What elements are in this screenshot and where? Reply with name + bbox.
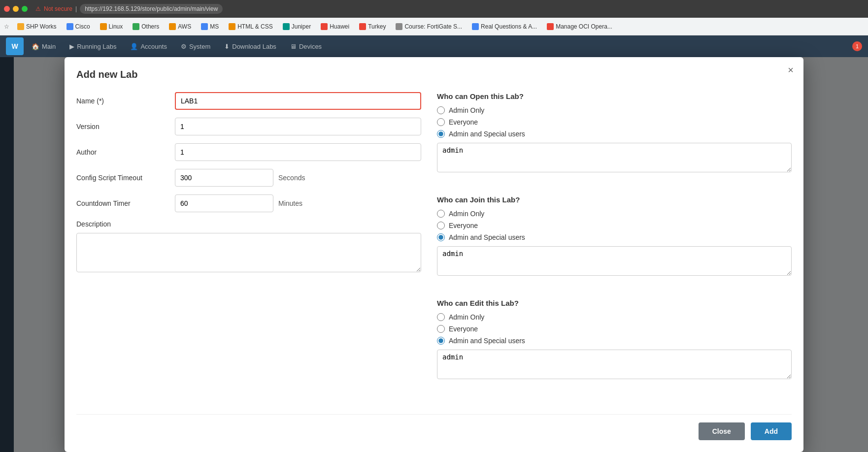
countdown-timer-row: Countdown Timer Minutes [76,194,421,212]
edit-admin-only-label: Admin Only [449,313,484,321]
bookmark-aws[interactable]: AWS [165,21,195,32]
open-everyone-option[interactable]: Everyone [437,118,792,126]
countdown-unit: Minutes [278,199,302,207]
nav-running-labs[interactable]: ▶ Running Labs [64,39,122,54]
not-secure-icon: ⚠ [35,5,41,12]
join-everyone-radio[interactable] [437,222,445,229]
url-bar[interactable]: https://192.168.5.129/store/public/admin… [80,4,223,14]
name-label: Name (*) [76,97,175,105]
author-input[interactable] [175,143,421,161]
open-everyone-label: Everyone [449,118,478,126]
edit-admin-special-label: Admin and Special users [449,337,525,345]
close-dot[interactable] [4,6,10,12]
bookmark-others[interactable]: Others [129,21,163,32]
edit-admin-special-option[interactable]: Admin and Special users [437,337,792,345]
bookmark-juniper[interactable]: Juniper [279,21,315,32]
bookmark-icon-cisco [67,23,73,30]
nav-system[interactable]: ⚙ System [175,39,216,54]
bookmark-label-aws: AWS [178,23,191,30]
join-admin-special-radio[interactable] [437,233,445,241]
open-special-users-input[interactable]: admin [437,143,792,172]
name-row: Name (*) [76,92,421,110]
edit-admin-special-radio[interactable] [437,337,445,345]
nav-main-label: Main [42,43,56,50]
maximize-dot[interactable] [22,6,28,12]
modal-footer: Close Add [76,414,792,440]
bookmark-icon-aws [169,23,176,30]
bookmark-icon-linux [100,23,107,30]
author-label: Author [76,148,175,156]
open-admin-only-radio[interactable] [437,106,445,114]
bookmark-icon-ms [201,23,208,30]
nav-download-label: Download Labs [232,43,276,50]
nav-running-icon: ▶ [69,43,74,50]
bookmark-icon-juniper [283,23,290,30]
bookmark-label-huawei: Huawei [330,23,349,30]
join-everyone-option[interactable]: Everyone [437,222,792,229]
app-logo: W [6,37,24,55]
add-button[interactable]: Add [751,422,792,440]
add-lab-modal: Add new Lab × Name (*) Version [65,57,803,452]
version-label: Version [76,123,175,130]
bookmark-label-turkey: Turkey [368,23,386,30]
nav-download-icon: ⬇ [224,43,230,50]
bookmark-label-cisco: Cisco [75,23,90,30]
bookmark-real-questions[interactable]: Real Questions & A... [468,21,541,32]
who-can-join-section: Who can Join this Lab? Admin Only Everyo… [437,195,792,287]
nav-devices[interactable]: 🖥 Devices [284,39,328,54]
description-section: Description [76,220,421,274]
nav-main[interactable]: 🏠 Main [26,39,62,54]
bookmark-huawei[interactable]: Huawei [317,21,353,32]
who-can-edit-section: Who can Edit this Lab? Admin Only Everyo… [437,299,792,390]
bookmark-html[interactable]: HTML & CSS [225,21,277,32]
nav-devices-label: Devices [299,43,322,50]
author-row: Author [76,143,421,161]
open-everyone-radio[interactable] [437,118,445,126]
config-timeout-label: Config Script Timeout [76,174,175,182]
main-content: Add new Lab × Name (*) Version [0,57,868,452]
bookmark-label-oci: Manage OCI Opera... [556,23,612,30]
countdown-label: Countdown Timer [76,199,175,207]
join-admin-only-label: Admin Only [449,210,484,218]
bookmark-manage-oci[interactable]: Manage OCI Opera... [543,21,616,32]
who-can-edit-title: Who can Edit this Lab? [437,299,792,307]
bookmark-cisco[interactable]: Cisco [63,21,94,32]
join-special-users-input[interactable]: admin [437,246,792,276]
who-can-join-title: Who can Join this Lab? [437,195,792,204]
open-admin-special-option[interactable]: Admin and Special users [437,130,792,138]
config-timeout-unit: Seconds [278,174,305,182]
modal-close-button[interactable]: × [788,65,794,75]
nav-download-labs[interactable]: ⬇ Download Labs [218,39,282,54]
version-row: Version [76,118,421,135]
nav-main-icon: 🏠 [32,43,39,50]
edit-special-users-input[interactable]: admin [437,350,792,379]
bookmark-shp-works[interactable]: SHP Works [13,21,61,32]
countdown-input[interactable] [175,194,273,212]
edit-everyone-radio[interactable] [437,325,445,333]
bookmark-label-juniper: Juniper [292,23,311,30]
join-admin-only-radio[interactable] [437,210,445,218]
bookmark-linux[interactable]: Linux [96,21,127,32]
bookmark-turkey[interactable]: Turkey [355,21,390,32]
open-admin-special-radio[interactable] [437,130,445,138]
join-admin-only-option[interactable]: Admin Only [437,210,792,218]
nav-devices-icon: 🖥 [290,43,297,50]
bookmark-label-shp: SHP Works [26,23,57,30]
edit-admin-only-option[interactable]: Admin Only [437,313,792,321]
description-input[interactable] [76,233,421,272]
bookmark-ms[interactable]: MS [197,21,223,32]
edit-everyone-option[interactable]: Everyone [437,325,792,333]
version-input[interactable] [175,118,421,135]
edit-admin-only-radio[interactable] [437,313,445,321]
url-separator: | [75,5,77,12]
minimize-dot[interactable] [13,6,19,12]
config-timeout-input[interactable] [175,169,273,187]
close-button[interactable]: Close [699,422,745,440]
name-input[interactable] [175,92,421,110]
open-admin-only-option[interactable]: Admin Only [437,106,792,114]
nav-accounts[interactable]: 👤 Accounts [124,39,172,54]
nav-accounts-label: Accounts [140,43,167,50]
who-can-open-title: Who can Open this Lab? [437,92,792,100]
bookmark-fortigate[interactable]: Course: FortiGate S... [392,21,466,32]
join-admin-special-option[interactable]: Admin and Special users [437,233,792,241]
